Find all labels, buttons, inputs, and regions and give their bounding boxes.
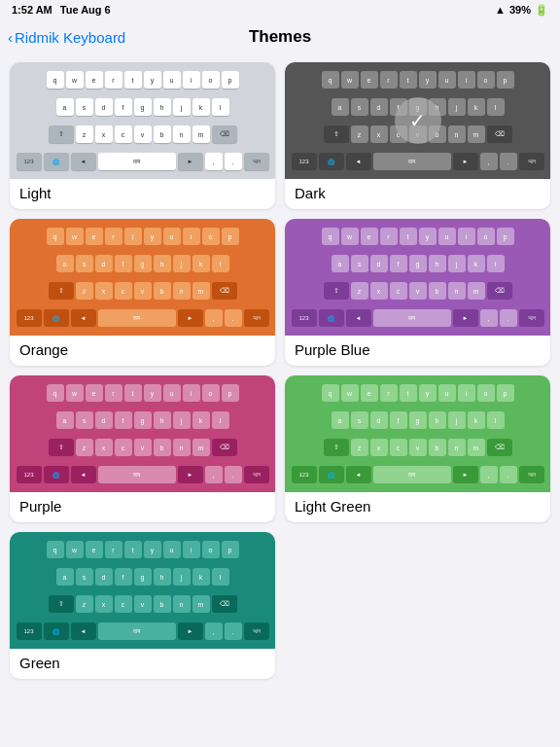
kb-key: l — [212, 255, 229, 272]
kb-key: w — [341, 384, 359, 402]
kb-key-comma: , — [205, 153, 223, 170]
kb-key-lang: আল — [244, 466, 269, 483]
theme-card-light[interactable]: q w e r t y u i o p a s d f g h — [10, 62, 275, 209]
kb-key: j — [448, 98, 466, 116]
theme-card-orange[interactable]: q w e r t y u i o p a s d f g h — [10, 219, 275, 366]
kb-key: o — [202, 384, 220, 402]
kb-key-right: ► — [178, 309, 203, 327]
kb-key: k — [192, 255, 210, 272]
kb-key-left: ◄ — [346, 466, 371, 483]
kb-key: z — [76, 595, 93, 613]
theme-card-purple[interactable]: q w e r t y u i o p a s d f g h — [10, 375, 275, 522]
kb-key: k — [192, 568, 210, 586]
kb-key: n — [448, 439, 466, 456]
kb-key-num: 123 — [17, 466, 42, 483]
kb-key: x — [95, 439, 113, 456]
kb-key: c — [115, 439, 132, 456]
kb-key: c — [115, 125, 132, 143]
kb-key-lang: আল — [519, 309, 544, 327]
kb-key: y — [419, 384, 437, 402]
kb-key: r — [105, 228, 122, 245]
theme-card-green[interactable]: q w e r t y u i o p a s d f g h — [10, 532, 275, 679]
back-button[interactable]: ‹ Ridmik Keyboard — [8, 29, 125, 46]
kb-key: d — [370, 411, 388, 429]
kb-key: h — [429, 411, 446, 429]
kb-key: n — [173, 439, 191, 456]
kb-key-shift: ⇧ — [324, 125, 349, 143]
kb-key: q — [322, 228, 339, 245]
kb-key: k — [468, 411, 485, 429]
kb-key: g — [134, 98, 152, 116]
kb-key: f — [115, 255, 132, 272]
kb-key-globe: 🌐 — [319, 309, 344, 327]
kb-key: w — [66, 228, 84, 245]
kb-key: i — [183, 228, 200, 245]
kb-key-space: वाय — [373, 153, 451, 170]
kb-key: p — [222, 228, 239, 245]
theme-label-purple: Purple — [10, 492, 275, 522]
kb-key: g — [409, 411, 427, 429]
kb-key-globe: 🌐 — [44, 622, 69, 640]
kb-key: z — [76, 125, 93, 143]
kb-key: q — [47, 228, 64, 245]
kb-key: u — [163, 384, 181, 402]
kb-key: i — [458, 228, 475, 245]
kb-key: g — [134, 255, 152, 272]
kb-key: m — [192, 595, 210, 613]
kb-key: l — [212, 98, 229, 116]
kb-key: m — [192, 282, 210, 300]
kb-key: a — [56, 411, 74, 429]
kb-key: t — [124, 384, 142, 402]
kb-key-left: ◄ — [71, 466, 96, 483]
kb-key: s — [76, 255, 93, 272]
kb-key: x — [370, 125, 388, 143]
kb-key-shift: ⇧ — [49, 282, 74, 300]
kb-key: t — [124, 228, 142, 245]
kb-key: a — [56, 568, 74, 586]
kb-key: y — [144, 71, 161, 89]
theme-card-dark[interactable]: ✓ q w e r t y u i o p a s d f — [285, 62, 550, 209]
themes-scroll[interactable]: q w e r t y u i o p a s d f g h — [0, 54, 560, 747]
kb-key: e — [361, 384, 378, 402]
kb-key: j — [448, 255, 466, 272]
date: Tue Aug 6 — [60, 4, 111, 16]
kb-key-globe: 🌐 — [44, 466, 69, 483]
kb-key-lang: আল — [244, 153, 269, 170]
kb-key: q — [47, 384, 64, 402]
kb-key: r — [105, 384, 122, 402]
kb-key-period: . — [500, 153, 517, 170]
kb-key-num: 123 — [292, 153, 317, 170]
kb-key-space: वाय — [373, 309, 451, 327]
kb-key: f — [115, 98, 132, 116]
kb-key-globe: 🌐 — [44, 153, 69, 170]
theme-label-green: Green — [10, 649, 275, 679]
kb-key: o — [477, 71, 495, 89]
kb-key-right: ► — [178, 466, 203, 483]
kb-key: c — [115, 282, 132, 300]
page-title: Themes — [249, 27, 311, 47]
kb-key: d — [95, 98, 113, 116]
theme-card-lightgreen[interactable]: q w e r t y u i o p a s d f g h — [285, 375, 550, 522]
kb-key: a — [56, 255, 74, 272]
kb-key: c — [390, 439, 407, 456]
kb-key-num: 123 — [17, 309, 42, 327]
kb-key: p — [497, 71, 514, 89]
kb-key: y — [144, 228, 161, 245]
kb-key: y — [419, 228, 437, 245]
theme-card-purpleblue[interactable]: q w e r t y u i o p a s d f g h — [285, 219, 550, 366]
kb-key: h — [429, 255, 446, 272]
kb-key-left: ◄ — [346, 309, 371, 327]
kb-key-space: वाय — [98, 153, 176, 170]
kb-key-lang: আল — [244, 309, 269, 327]
kb-key-period: . — [225, 309, 242, 327]
kb-key: w — [66, 541, 84, 558]
keyboard-preview-orange: q w e r t y u i o p a s d f g h — [10, 219, 275, 336]
kb-key: s — [76, 568, 93, 586]
kb-key: q — [322, 384, 339, 402]
kb-key: x — [95, 282, 113, 300]
kb-key-period: . — [225, 466, 242, 483]
kb-key-comma: , — [480, 153, 498, 170]
kb-key: u — [438, 71, 456, 89]
kb-key: b — [154, 595, 171, 613]
kb-key: q — [47, 541, 64, 558]
